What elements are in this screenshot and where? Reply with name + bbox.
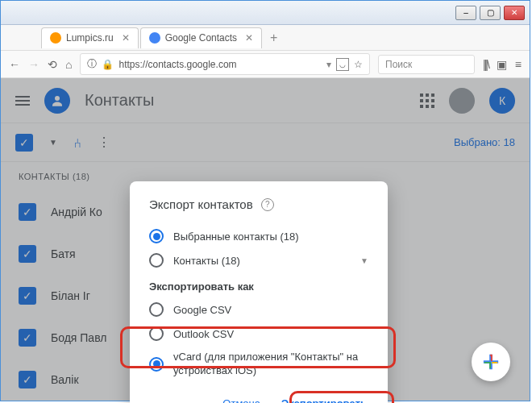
add-contact-fab[interactable] [472, 343, 510, 381]
radio-icon [149, 302, 164, 317]
search-placeholder: Поиск [385, 59, 412, 70]
tab-close-icon[interactable]: ✕ [245, 32, 253, 44]
radio-icon [149, 253, 164, 268]
tab-lumpics[interactable]: Lumpics.ru ✕ [41, 27, 139, 48]
radio-label: Контакты (18) [173, 255, 240, 267]
tab-label: Lumpics.ru [66, 32, 114, 44]
new-tab-button[interactable]: + [264, 31, 284, 45]
page-content: Контакты К ✓▼ ⑂ ⋮ Выбрано: 18 КОНТАКТЫ (… [1, 78, 530, 401]
home-icon[interactable]: ⌂ [65, 58, 72, 71]
url-field[interactable]: ⓘ 🔒 https://contacts.google.com ▾ ◡ ☆ [80, 53, 370, 75]
highlight-annotation [120, 326, 396, 368]
plus-icon [482, 353, 500, 371]
radio-google-csv[interactable]: Google CSV [133, 297, 384, 322]
menu-icon[interactable]: ≡ [515, 58, 522, 71]
forward-icon[interactable]: → [28, 58, 39, 71]
export-dialog: Экспорт контактов ? Выбранные контакты (… [130, 181, 388, 403]
tab-close-icon[interactable]: ✕ [122, 32, 130, 44]
dropdown-icon[interactable]: ▾ [326, 59, 331, 70]
address-bar: ← → ⟲ ⌂ ⓘ 🔒 https://contacts.google.com … [1, 51, 530, 78]
browser-window: – ▢ ✕ Lumpics.ru ✕ Google Contacts ✕ + ←… [0, 0, 530, 401]
sidebar-icon[interactable]: ▣ [497, 58, 507, 71]
radio-selected-contacts[interactable]: Выбранные контакты (18) [133, 224, 384, 248]
format-section-label: Экспортировать как [133, 272, 384, 297]
favicon-icon [50, 32, 61, 44]
library-icon[interactable]: |||\ [483, 58, 488, 71]
minimize-button[interactable]: – [455, 6, 476, 20]
help-icon[interactable]: ? [261, 198, 274, 211]
cancel-button[interactable]: Отмена [214, 393, 268, 403]
star-icon[interactable]: ☆ [354, 59, 363, 70]
lock-icon: 🔒 [102, 59, 114, 70]
radio-label: Выбранные контакты (18) [173, 231, 299, 243]
back-icon[interactable]: ← [9, 58, 20, 71]
radio-label: Google CSV [173, 304, 231, 316]
close-button[interactable]: ✕ [504, 6, 525, 20]
favicon-icon [149, 32, 160, 44]
reload-icon[interactable]: ⟲ [48, 58, 57, 71]
info-icon: ⓘ [87, 57, 97, 71]
url-text: https://contacts.google.com [118, 59, 236, 70]
tab-contacts[interactable]: Google Contacts ✕ [140, 27, 262, 48]
titlebar: – ▢ ✕ [1, 1, 530, 25]
search-field[interactable]: Поиск [378, 55, 475, 74]
chevron-down-icon[interactable]: ▼ [360, 256, 368, 265]
maximize-button[interactable]: ▢ [480, 6, 501, 20]
radio-all-contacts[interactable]: Контакты (18) ▼ [133, 248, 384, 272]
highlight-annotation [289, 391, 394, 403]
radio-icon [149, 229, 164, 243]
tab-label: Google Contacts [165, 32, 237, 44]
shield-icon[interactable]: ◡ [336, 58, 349, 71]
dialog-title: Экспорт контактов [149, 197, 253, 211]
tab-strip: Lumpics.ru ✕ Google Contacts ✕ + [1, 25, 530, 51]
